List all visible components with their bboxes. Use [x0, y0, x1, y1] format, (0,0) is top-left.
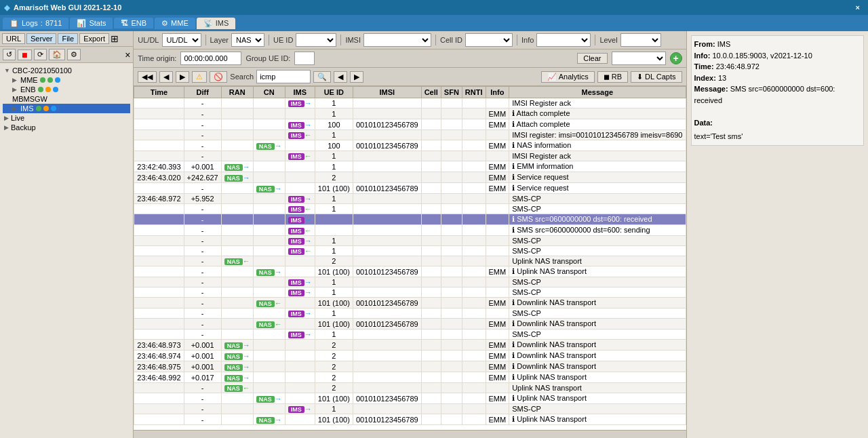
close-icon[interactable]: × — [852, 3, 864, 12]
prev-btn[interactable]: ◀◀ — [138, 71, 157, 83]
td-message: ℹ Uplink NAS transport — [509, 393, 686, 404]
rb-button[interactable]: ◼ RB — [597, 71, 628, 83]
search-next-btn[interactable]: ▶ — [350, 71, 363, 83]
refresh-icon[interactable]: ↺ — [3, 49, 16, 60]
warn-btn[interactable]: ⚠ — [192, 71, 207, 83]
table-row[interactable]: 23:46:43.020+242.627NAS→2EMMℹ Service re… — [134, 172, 686, 183]
td-rnti — [462, 172, 486, 183]
tree-root[interactable]: ▼ CBC-2021050100 — [3, 66, 130, 75]
tree-enb[interactable]: ▶ ENB — [3, 85, 130, 94]
search-icon-btn[interactable]: 🔍 — [313, 71, 331, 83]
grid-icon[interactable]: ⊞ — [111, 33, 119, 44]
table-row[interactable]: 23:46:48.973+0.001NAS→2EMMℹ Downlink NAS… — [134, 340, 686, 351]
clear-button[interactable]: Clear — [577, 53, 607, 64]
table-row[interactable]: -IMS→1SMS-CP — [134, 330, 686, 340]
table-row[interactable]: -1EMMℹ Attach complete — [134, 108, 686, 119]
table-row[interactable]: 23:46:48.975+0.001NAS→2EMMℹ Downlink NAS… — [134, 361, 686, 372]
td-cn — [253, 204, 285, 214]
table-row[interactable]: -IMS←1SMS-CP — [134, 246, 686, 256]
settings-icon[interactable]: ⚙ — [67, 49, 81, 60]
file-button[interactable]: File — [58, 33, 78, 44]
table-row[interactable]: -NAS→101 (100)001010123456789EMMℹ Uplink… — [134, 393, 686, 404]
table-row[interactable]: -NAS←101 (100)001010123456789EMMℹ Downli… — [134, 319, 686, 330]
analytics-button[interactable]: 📈 Analytics — [541, 71, 595, 83]
search-prev-btn[interactable]: ◀ — [334, 71, 347, 83]
td-rnti — [462, 194, 486, 204]
td-ueid: 1 — [315, 308, 353, 319]
table-row[interactable]: -IMS←1SMS-CP — [134, 204, 686, 214]
back-btn[interactable]: ◀ — [159, 71, 173, 83]
table-row[interactable]: -IMS→1SMS-CP — [134, 287, 686, 298]
panel-data-label: Data: — [694, 119, 713, 127]
filter-select[interactable] — [612, 52, 666, 65]
tab-stats[interactable]: 📊 Stats — [70, 18, 113, 29]
export-button[interactable]: Export — [79, 33, 109, 44]
close-sidebar-icon[interactable]: × — [125, 49, 130, 60]
tree-mbmsgw[interactable]: MBMSGW — [3, 94, 130, 104]
table-row[interactable]: -NAS←101 (100)001010123456789EMMℹ Downli… — [134, 298, 686, 308]
add-filter-button[interactable]: + — [670, 52, 682, 64]
dl-capts-button[interactable]: ⬇ DL Capts — [631, 71, 682, 83]
table-row[interactable]: -NAS→101 (100)001010123456789EMMℹ Uplink… — [134, 414, 686, 425]
table-row[interactable]: -IMS→1IMSI Register ack — [134, 98, 686, 108]
home-icon[interactable]: 🏠 — [49, 49, 65, 60]
table-row[interactable]: -IMS→ℹ SMS src=0600000000 dst=600: recei… — [134, 214, 686, 225]
ul-dl-select[interactable]: UL/DL — [162, 33, 201, 47]
table-row[interactable]: -IMS→1SMS-CP — [134, 236, 686, 246]
table-row[interactable]: -NAS→101 (100)001010123456789EMMℹ Servic… — [134, 183, 686, 194]
horizontal-scrollbar[interactable] — [134, 430, 686, 438]
error-btn[interactable]: 🚫 — [210, 71, 227, 83]
td-ran — [221, 151, 253, 161]
table-row[interactable]: 23:42:40.393+0.001NAS→1EMMℹ EMM informat… — [134, 161, 686, 172]
table-row[interactable]: -IMS←ℹ SMS src=0600000000 dst=600: sendi… — [134, 225, 686, 236]
tab-logs[interactable]: 📋 Logs: 8711 — [3, 18, 68, 29]
td-cell — [421, 236, 441, 246]
cell-id-select[interactable] — [465, 33, 513, 47]
td-cell — [421, 340, 441, 351]
td-rnti — [462, 340, 486, 351]
col-time: Time — [134, 87, 184, 98]
table-row[interactable]: -NAS←2Uplink NAS transport — [134, 256, 686, 266]
td-message: SMS-CP — [509, 194, 686, 204]
stop-icon[interactable]: ⏹ — [18, 49, 32, 60]
table-row[interactable]: -NAS→101 (100)001010123456789EMMℹ Uplink… — [134, 266, 686, 277]
search-input[interactable] — [256, 70, 311, 83]
imsi-select[interactable] — [363, 33, 431, 47]
td-imsi — [353, 361, 421, 372]
td-diff: - — [184, 119, 221, 130]
table-row[interactable]: -IMS→1SMS-CP — [134, 308, 686, 319]
tab-ims[interactable]: 📡 IMS — [197, 18, 236, 29]
table-row[interactable]: -IMS→1SMS-CP — [134, 404, 686, 414]
forward-btn[interactable]: ▶ — [176, 71, 189, 83]
table-row[interactable]: 23:46:48.974+0.001NAS→2EMMℹ Downlink NAS… — [134, 351, 686, 361]
tree-backup[interactable]: ▶ Backup — [3, 123, 130, 132]
table-row[interactable]: 23:46:48.992+0.017NAS→2EMMℹ Uplink NAS t… — [134, 372, 686, 383]
url-button[interactable]: URL — [2, 33, 25, 44]
time-origin-input[interactable] — [180, 52, 241, 65]
ue-id-select[interactable] — [296, 33, 336, 47]
info-select[interactable] — [536, 33, 591, 47]
td-diff: - — [184, 183, 221, 194]
table-row[interactable]: -NAS→100001010123456789EMMℹ NAS informat… — [134, 140, 686, 151]
table-row[interactable]: -IMS←1IMSI Register ack — [134, 151, 686, 161]
ue-id-label: UE ID — [273, 36, 293, 44]
time-origin-label: Time origin: — [138, 54, 176, 62]
table-row[interactable]: -IMS→1SMS-CP — [134, 277, 686, 287]
td-ueid: 101 (100) — [315, 183, 353, 194]
server-button[interactable]: Server — [26, 33, 56, 44]
table-row[interactable]: -IMS→100001010123456789EMMℹ Attach compl… — [134, 119, 686, 130]
table-row[interactable]: 23:46:48.972+5.952IMS→1SMS-CP — [134, 194, 686, 204]
tree-ims[interactable]: ▶ IMS — [3, 104, 130, 113]
log-table-container[interactable]: Time Diff RAN CN IMS UE ID IMSI Cell SFN… — [134, 86, 686, 430]
td-diff: - — [184, 330, 221, 340]
reload-icon[interactable]: ⟳ — [34, 49, 47, 60]
level-select[interactable] — [620, 33, 661, 47]
table-row[interactable]: -NAS←2Uplink NAS transport — [134, 383, 686, 393]
table-row[interactable]: -IMS←1IMSI register: imsi=00101012345678… — [134, 130, 686, 140]
tree-live[interactable]: ▶ Live — [3, 113, 130, 123]
tab-mme[interactable]: ⚙ MME — [155, 18, 195, 29]
tree-mme[interactable]: ▶ MME — [3, 75, 130, 85]
layer-select[interactable]: NAS — [231, 33, 264, 47]
tab-enb[interactable]: 🏗 ENB — [114, 18, 153, 28]
group-ue-id-input[interactable] — [294, 52, 315, 65]
